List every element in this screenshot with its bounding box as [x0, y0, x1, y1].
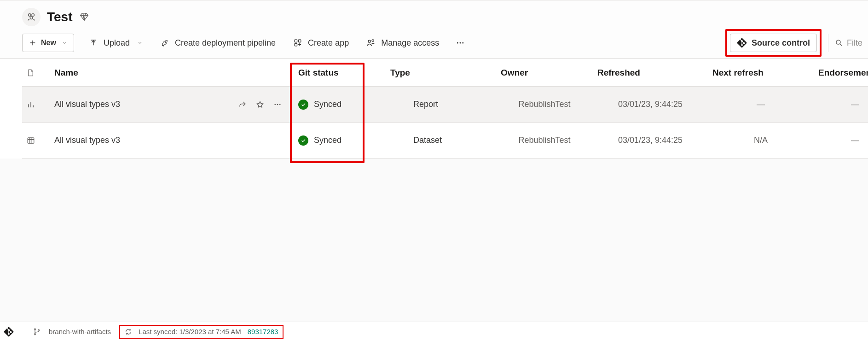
- svg-point-11: [463, 42, 464, 44]
- row-actions: [238, 100, 289, 109]
- row-endorsement: —: [814, 100, 868, 109]
- svg-rect-5: [299, 40, 301, 42]
- header-type[interactable]: Type: [386, 68, 496, 78]
- content-list: Name Git status Type Owner Refreshed Nex…: [0, 59, 868, 159]
- svg-point-14: [277, 104, 278, 105]
- row-next-refresh: N/A: [708, 135, 814, 145]
- row-git-status: Synced: [294, 100, 386, 110]
- svg-point-7: [368, 40, 370, 42]
- sync-icon[interactable]: [125, 328, 132, 335]
- git-diamond-icon: [4, 327, 14, 337]
- create-pipeline-label: Create deployment pipeline: [175, 38, 276, 48]
- row-type-icon: [22, 136, 50, 145]
- source-control-label: Source control: [752, 38, 810, 48]
- row-git-status: Synced: [294, 135, 386, 146]
- row-endorsement: —: [814, 135, 868, 145]
- branch-icon: [33, 328, 41, 335]
- svg-point-0: [29, 14, 31, 17]
- new-button-label: New: [41, 39, 56, 47]
- app-grid-icon: [293, 38, 302, 47]
- upload-icon: [89, 38, 98, 47]
- more-horizontal-icon[interactable]: [273, 100, 282, 109]
- plus-icon: [29, 39, 36, 47]
- overflow-button[interactable]: [454, 34, 467, 52]
- manage-access-button[interactable]: Manage access: [364, 34, 442, 52]
- svg-point-2: [30, 17, 33, 19]
- svg-point-15: [279, 104, 281, 105]
- source-control-button[interactable]: Source control: [730, 34, 817, 52]
- svg-point-17: [35, 329, 36, 330]
- header-next[interactable]: Next refresh: [708, 68, 814, 78]
- search-icon: [835, 39, 843, 47]
- svg-point-1: [32, 14, 35, 17]
- header-refreshed[interactable]: Refreshed: [593, 68, 708, 78]
- create-app-button[interactable]: Create app: [290, 34, 352, 52]
- svg-point-19: [38, 329, 40, 331]
- workspace-title: Test: [47, 10, 73, 24]
- share-icon[interactable]: [238, 100, 247, 109]
- row-name[interactable]: All visual types v3: [54, 135, 120, 145]
- svg-rect-16: [28, 138, 34, 143]
- table-row[interactable]: All visual types v3 Synced Dataset Rebub…: [22, 123, 868, 159]
- create-app-label: Create app: [308, 38, 349, 48]
- svg-point-3: [165, 41, 166, 42]
- svg-rect-6: [295, 44, 297, 46]
- command-bar: New Upload Create deployment pipeline Cr…: [0, 31, 868, 59]
- upload-button[interactable]: Upload: [86, 34, 145, 52]
- header-type-icon[interactable]: [22, 68, 50, 77]
- header-git[interactable]: Git status: [294, 68, 386, 78]
- people-icon: [26, 12, 36, 22]
- source-control-highlight: Source control: [725, 29, 822, 57]
- row-name-cell: All visual types v3: [50, 135, 294, 145]
- file-icon: [27, 68, 34, 77]
- svg-point-9: [457, 42, 458, 44]
- chevron-down-icon: [62, 40, 67, 46]
- create-pipeline-button[interactable]: Create deployment pipeline: [157, 34, 278, 52]
- svg-rect-4: [295, 40, 297, 42]
- row-next-refresh: —: [708, 100, 814, 109]
- premium-diamond-icon: [79, 12, 89, 22]
- row-type-icon: [22, 100, 50, 109]
- svg-point-18: [35, 333, 36, 335]
- rocket-icon: [160, 38, 169, 47]
- sync-info-highlight: Last synced: 1/3/2023 at 7:45 AM 8931728…: [119, 325, 284, 339]
- more-horizontal-icon: [456, 38, 465, 47]
- header-endorsement[interactable]: Endorsement: [814, 68, 868, 78]
- row-type: Report: [386, 100, 496, 109]
- manage-access-label: Manage access: [381, 38, 439, 48]
- row-refreshed: 03/01/23, 9:44:25: [593, 100, 708, 109]
- header-owner[interactable]: Owner: [496, 68, 593, 78]
- status-bar: branch-with-artifacts Last synced: 1/3/2…: [0, 322, 868, 341]
- row-name-cell: All visual types v3: [50, 100, 294, 109]
- row-owner: RebublishTest: [496, 135, 593, 145]
- workspace-header: Test: [0, 0, 868, 31]
- svg-point-10: [460, 42, 461, 44]
- svg-point-8: [372, 40, 374, 41]
- workspace-avatar: [22, 8, 41, 26]
- row-name[interactable]: All visual types v3: [54, 100, 120, 109]
- command-bar-right: Source control Filte: [725, 29, 868, 57]
- last-synced-text: Last synced: 1/3/2023 at 7:45 AM: [139, 328, 241, 335]
- upload-label: Upload: [104, 38, 130, 48]
- favorite-icon[interactable]: [256, 100, 264, 109]
- branch-name[interactable]: branch-with-artifacts: [49, 328, 111, 335]
- header-name[interactable]: Name: [50, 68, 294, 78]
- new-button[interactable]: New: [22, 34, 74, 52]
- table-row[interactable]: All visual types v3 Synced Report Rebubl…: [22, 87, 868, 123]
- filter-input[interactable]: Filte: [828, 34, 868, 52]
- people-access-icon: [366, 38, 376, 47]
- git-icon: [737, 38, 747, 48]
- svg-point-12: [836, 40, 840, 44]
- list-header: Name Git status Type Owner Refreshed Nex…: [22, 59, 868, 87]
- svg-point-13: [274, 104, 276, 105]
- commit-id[interactable]: 89317283: [248, 328, 278, 335]
- row-refreshed: 03/01/23, 9:44:25: [593, 135, 708, 145]
- filter-placeholder: Filte: [847, 38, 862, 48]
- chevron-down-icon: [137, 40, 143, 46]
- row-type: Dataset: [386, 135, 496, 145]
- row-owner: RebublishTest: [496, 100, 593, 109]
- app-frame: Test New Upload Create deployment pipeli…: [0, 0, 868, 341]
